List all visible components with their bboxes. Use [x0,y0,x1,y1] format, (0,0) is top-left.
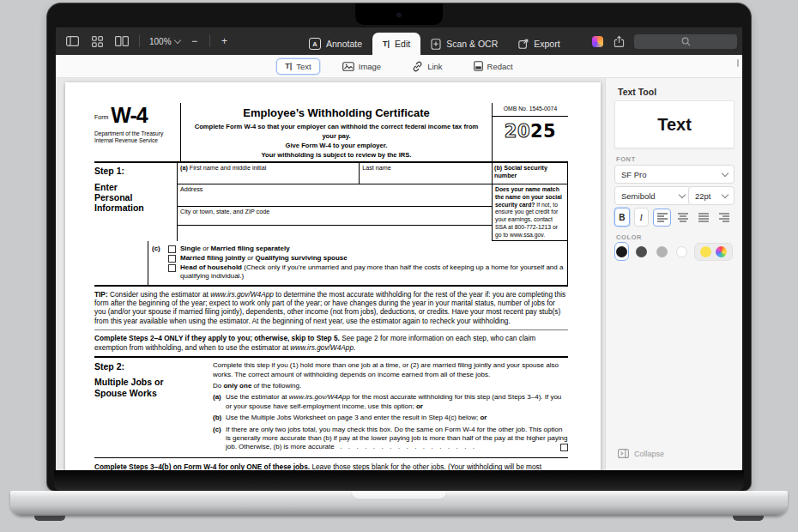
step1-subtitle: Enter Personal Information [94,182,156,213]
checkbox-married-jointly[interactable] [168,255,176,263]
display-notch [355,3,443,25]
dot-leader: . . . . . . . . . . . . . . . . . [335,443,475,450]
tool-link[interactable]: Link [403,57,450,76]
weight-select[interactable]: Semibold [614,186,692,205]
chevron-down-icon [722,169,728,176]
address-field[interactable]: Address [178,184,492,207]
dept-line1: Department of the Treasury [94,130,177,138]
toolbar-scrollbar[interactable] [737,59,739,67]
tab-annotate[interactable]: A Annotate [299,33,372,55]
annotate-icon: A [309,38,321,50]
omb-number: OMB No. 1545-0074 [493,103,568,117]
step2-subtitle: Multiple Jobs or Spouse Works [94,377,173,397]
step2-do-one: Do only one of the following. [213,382,568,390]
chevron-down-icon [173,36,180,43]
sidebar-toggle-icon[interactable] [64,33,80,49]
estimator-link: www.irs.gov/W4App [290,343,354,352]
bold-button[interactable]: B [614,208,630,227]
workspace: Form W-4 Department of the Treasury Inte… [56,78,742,470]
form-word: Form [94,114,108,124]
italic-button[interactable]: I [634,208,650,227]
steps-3-4-note: Complete Steps 3–4(b) on Form W-4 for on… [94,458,568,470]
steps-2-4-note: Complete Steps 2–4 ONLY if they apply to… [94,330,568,358]
tab-scan-ocr[interactable]: Scan & OCR [420,33,508,55]
two-page-view-icon[interactable] [114,33,130,49]
zoom-in-button[interactable]: + [220,35,230,47]
mode-tabs: A Annotate T| Edit Scan & OCR Export [299,27,571,55]
swatch-black[interactable] [614,242,629,261]
tool-text[interactable]: T| Text [276,58,319,75]
tool-redact[interactable]: Redact [465,57,522,75]
scene: 100% − + A Annotate T| Edit [0,0,798,532]
image-icon [342,62,354,71]
size-select[interactable]: 22pt [688,186,735,205]
edit-icon: T| [383,39,390,48]
pdf-page[interactable]: Form W-4 Department of the Treasury Inte… [65,82,601,470]
panel-title: Text Tool [618,87,742,97]
ssn-note: Does your name match the name on your so… [493,184,567,241]
share-icon[interactable] [611,33,626,49]
step1-title: Step 1: [94,166,177,177]
form-header: Form W-4 Department of the Treasury Inte… [94,103,568,163]
step2-item-a: (a) Use the estimator at www.irs.gov/W4A… [213,393,568,411]
w4-form: Form W-4 Department of the Treasury Inte… [94,103,568,470]
font-select[interactable]: SF Pro [614,165,735,184]
checkbox-head-of-household[interactable] [168,264,176,272]
laptop-foot [733,516,764,521]
align-left-button[interactable] [653,209,671,227]
swatch-yellow[interactable] [700,246,711,257]
filing-status-section: (c) Single or Married filing separately … [94,241,568,286]
step1-section: Step 1: Enter Personal Information (a) F… [94,163,568,241]
link-icon [412,61,423,72]
text-preview[interactable]: Text [614,100,735,148]
export-icon [518,39,529,49]
ai-assist-icon[interactable] [592,36,603,47]
align-justify-button[interactable] [694,209,712,227]
checkbox-two-jobs[interactable] [560,444,568,451]
zoom-out-button[interactable]: − [190,35,200,47]
swatch-white[interactable] [674,242,689,261]
tab-edit[interactable]: T| Edit [372,33,420,55]
checkbox-single[interactable] [168,245,176,253]
thumbnails-icon[interactable] [89,33,105,49]
align-right-button[interactable] [715,209,733,227]
swatch-light-gray[interactable] [655,242,669,261]
step2-section: Step 2: Multiple Jobs or Spouse Works Co… [94,358,568,458]
city-field[interactable]: City or town, state, and ZIP code [178,207,492,226]
laptop-bezel: 100% − + A Annotate T| Edit [47,3,751,491]
redact-icon [474,61,483,71]
estimator-link: www.irs.gov/W4App [210,290,274,299]
custom-color-group [694,243,733,261]
zoom-level: 100% [149,37,172,46]
chevron-down-icon [679,190,686,197]
step2-title: Step 2: [94,361,213,372]
font-label: FONT [616,155,636,163]
toolbar-divider [209,35,210,47]
collapse-icon [618,449,629,458]
zoom-control[interactable]: 100% [149,37,180,46]
tab-export[interactable]: Export [508,33,570,55]
dept-line2: Internal Revenue Service [94,137,177,145]
color-wheel-icon[interactable] [716,246,727,257]
text-tool-panel: Text Tool Text FONT SF Pro Semibold 22pt [605,78,742,470]
tool-image[interactable]: Image [334,58,390,75]
edit-toolbar: T| Text Image Link Redact [56,55,742,78]
app-screen: 100% − + A Annotate T| Edit [56,27,742,470]
form-title: Employee’s Withholding Certificate [188,106,485,120]
document-area: Form W-4 Department of the Treasury Inte… [56,78,605,470]
collapse-button[interactable]: Collapse [618,449,664,458]
form-year: 2025 [493,117,568,142]
align-center-button[interactable] [674,209,692,227]
first-name-field[interactable]: (a) First name and middle initial [178,163,359,184]
laptop-hinge [54,470,744,491]
estimator-link: www.irs.gov/W4App [289,393,350,401]
ssn-field[interactable]: (b) Social security number [493,163,567,184]
form-number: W-4 [111,106,147,124]
filing-option-single: (c) Single or Married filing separately [152,245,564,253]
swatch-dark-gray[interactable] [634,242,649,261]
form-subtitle-1: Complete Form W-4 so that your employer … [188,122,485,141]
last-name-field[interactable]: Last name [359,163,492,184]
filing-option-head-of-household: Head of household (Check only if you’re … [152,263,564,281]
toolbar: 100% − + A Annotate T| Edit [56,27,742,55]
search-input[interactable] [634,34,737,49]
